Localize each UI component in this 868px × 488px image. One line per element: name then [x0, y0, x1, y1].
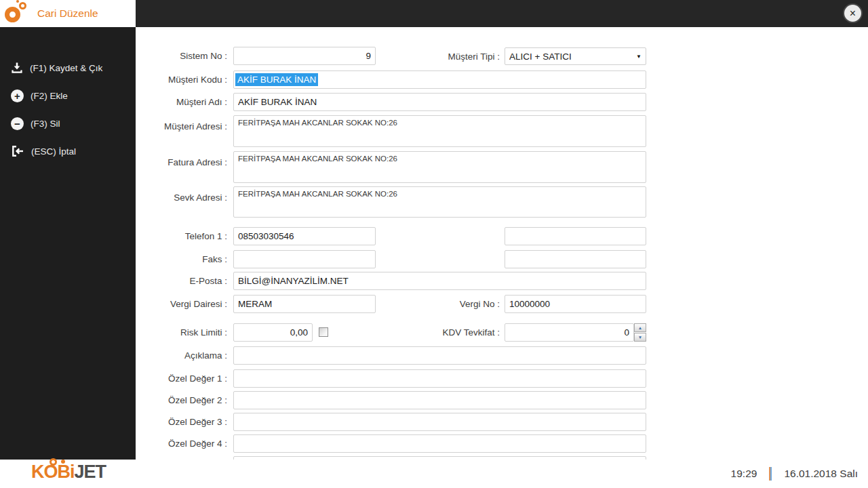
kdv-tevkifat-label: KDV Tevkifat :: [380, 323, 500, 342]
spin-down-icon: ▼: [638, 335, 642, 340]
ozel-deger-2-label: Özel Değer 2 :: [139, 391, 227, 409]
risk-limiti-input[interactable]: [233, 323, 313, 342]
app-window: Cari Düzenle × (F1) Kaydet & Çık + (F2) …: [0, 0, 868, 488]
eposta-input[interactable]: [233, 272, 646, 290]
spin-down-button[interactable]: ▼: [634, 333, 646, 342]
page-title: Cari Düzenle: [37, 0, 98, 27]
logo-ring-icon: [50, 458, 57, 466]
sidebar: (F1) Kaydet & Çık + (F2) Ekle − (F3) Sil…: [0, 27, 136, 460]
ozel-deger-3-label: Özel Değer 3 :: [139, 413, 227, 431]
sidebar-item-label: (F1) Kaydet & Çık: [30, 63, 102, 73]
close-button[interactable]: ×: [843, 3, 863, 23]
sidebar-item-label: (F2) Ekle: [31, 91, 68, 101]
ozel-deger-4-label: Özel Değer 4 :: [139, 434, 227, 453]
musteri-kodu-label: Müşteri Kodu :: [139, 70, 227, 89]
footer-bar: KOBiJET 19:29 16.01.2018 Salı: [0, 460, 868, 488]
sidebar-item-label: (ESC) İptal: [31, 146, 76, 157]
kobijet-logo: KOBiJET: [31, 463, 106, 481]
separator-bar: [769, 467, 772, 481]
clock-area: 19:29 16.01.2018 Salı: [731, 460, 858, 488]
musteri-adi-label: Müşteri Adı :: [139, 93, 227, 111]
ozel-deger-1-label: Özel Değer 1 :: [139, 369, 227, 388]
musteri-tipi-select[interactable]: ALICI + SATICI ▼: [505, 47, 646, 65]
app-logo-icon: [5, 0, 32, 27]
vergi-no-input[interactable]: [505, 295, 646, 313]
vergi-dairesi-input[interactable]: [233, 295, 376, 313]
sidebar-item-delete[interactable]: − (F3) Sil: [0, 114, 136, 133]
musteri-kodu-input[interactable]: AKİF BURAK İNAN: [233, 70, 646, 89]
close-icon: ×: [850, 8, 856, 19]
selected-text: AKİF BURAK İNAN: [235, 73, 318, 86]
logo-ring-icon: [19, 2, 26, 9]
date-text: 16.01.2018 Salı: [784, 468, 858, 480]
kdv-tevkifat-spinner: ▲ ▼: [634, 323, 646, 342]
telefon1-label: Telefon 1 :: [139, 227, 227, 245]
spin-up-icon: ▲: [638, 325, 642, 330]
title-bar: [136, 0, 868, 27]
chevron-down-icon: ▼: [636, 54, 642, 60]
sidebar-item-save-exit[interactable]: (F1) Kaydet & Çık: [0, 58, 136, 77]
telefon1-input[interactable]: [233, 227, 376, 245]
faks2-input[interactable]: [505, 250, 646, 268]
logo-jet-text: JET: [75, 462, 106, 482]
aciklama-label: Açıklama :: [139, 346, 227, 365]
faks-input[interactable]: [233, 250, 376, 268]
vergi-no-label: Vergi No :: [380, 295, 500, 313]
sidebar-item-add[interactable]: + (F2) Ekle: [0, 86, 136, 105]
exit-arrow-icon: [11, 145, 24, 157]
sidebar-item-cancel[interactable]: (ESC) İptal: [0, 142, 136, 161]
ozel-deger-1-input[interactable]: [233, 369, 646, 388]
kdv-tevkifat-input[interactable]: [505, 323, 634, 342]
logo-dot-icon: [16, 0, 19, 3]
header-brand-box: Cari Düzenle: [0, 0, 136, 27]
vergi-dairesi-label: Vergi Dairesi :: [139, 295, 227, 313]
ozel-deger-4-input[interactable]: [233, 434, 646, 453]
eposta-label: E-Posta :: [139, 272, 227, 290]
save-download-icon: [11, 62, 23, 74]
aciklama-input[interactable]: [233, 346, 646, 365]
telefon2-input[interactable]: [505, 227, 646, 245]
fatura-adresi-label: Fatura Adresi :: [139, 153, 227, 171]
sevk-adresi-label: Sevk Adresi :: [139, 188, 227, 207]
musteri-tipi-label: Müşteri Tipi :: [380, 47, 500, 66]
musteri-adresi-textarea[interactable]: FERİTPAŞA MAH AKCANLAR SOKAK NO:26: [233, 115, 646, 147]
sidebar-item-label: (F3) Sil: [31, 119, 60, 129]
faks-label: Faks :: [139, 250, 227, 268]
musteri-tipi-value: ALICI + SATICI: [509, 52, 572, 62]
logo-dot-icon: [61, 460, 65, 464]
time-text: 19:29: [731, 468, 757, 480]
sistem-no-label: Sistem No :: [139, 47, 227, 65]
logo-donut-icon: [5, 7, 20, 22]
sevk-adresi-textarea[interactable]: FERİTPAŞA MAH AKCANLAR SOKAK NO:26: [233, 186, 646, 218]
risk-limiti-label: Risk Limiti :: [139, 323, 227, 342]
ozel-deger-2-input[interactable]: [233, 391, 646, 409]
ozel-deger-3-input[interactable]: [233, 413, 646, 431]
musteri-adresi-label: Müşteri Adresi :: [139, 117, 227, 136]
sistem-no-input[interactable]: [233, 47, 376, 65]
fatura-adresi-textarea[interactable]: FERİTPAŞA MAH AKCANLAR SOKAK NO:26: [233, 151, 646, 183]
musteri-adi-input[interactable]: [233, 93, 646, 111]
minus-circle-icon: −: [11, 117, 24, 130]
risk-limiti-checkbox[interactable]: [319, 327, 328, 337]
spin-up-button[interactable]: ▲: [634, 323, 646, 332]
plus-circle-icon: +: [11, 89, 24, 102]
